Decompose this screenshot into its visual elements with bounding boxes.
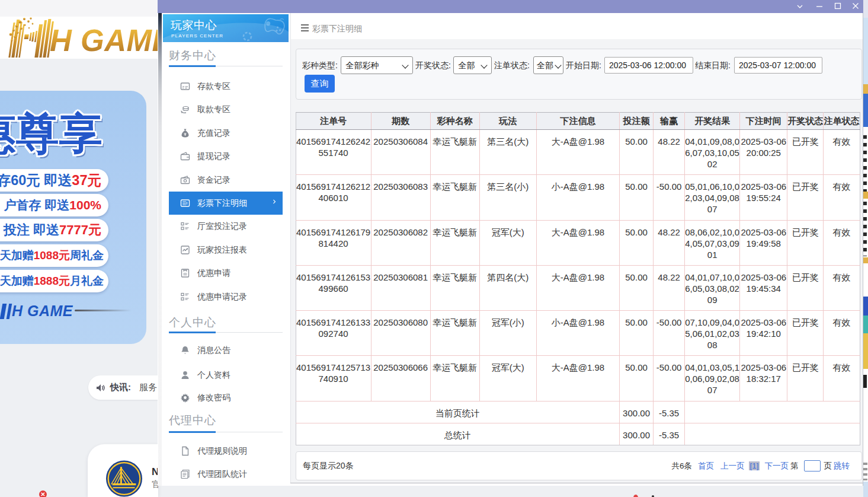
svg-text:H GAME: H GAME [50,24,158,58]
